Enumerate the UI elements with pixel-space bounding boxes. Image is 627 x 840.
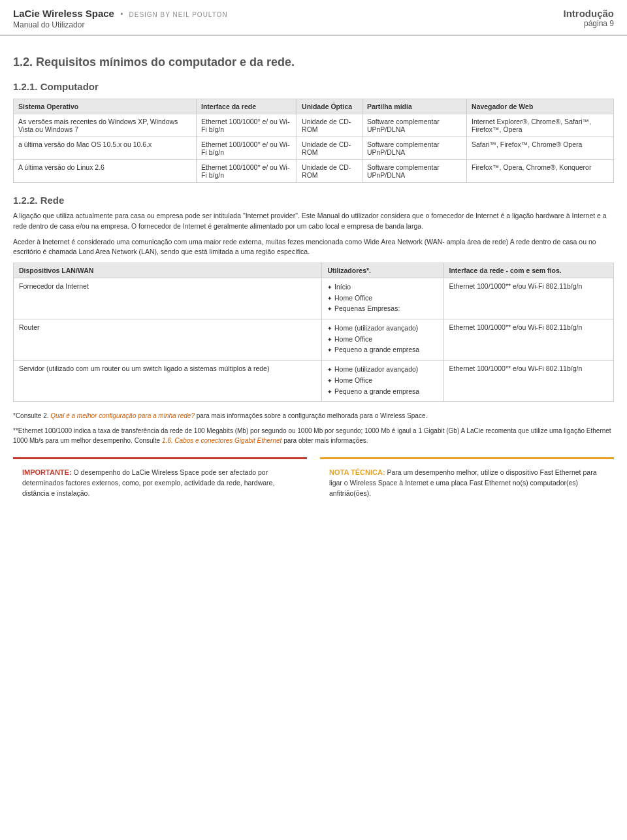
cell-col5: Firefox™, Opera, Chrome®, Konqueror [467, 160, 614, 183]
rede-para2: Aceder à Ineternet é considerado uma com… [13, 237, 614, 258]
col-header-navegador: Navegador de Web [467, 99, 614, 114]
section-121-title: 1.2.1. Computador [13, 81, 614, 92]
footnote2: **Ethernet 100/1000 indica a taxa de tra… [13, 426, 614, 445]
list-item: Home (utilizador avançado) [327, 323, 438, 333]
lan-cell-utilizadores: Home (utilizador avançado)Home OfficePeq… [322, 319, 443, 361]
header-left: LaCie Wireless Space • DESIGN BY NEIL PO… [13, 8, 228, 29]
cell-col2: Ethernet 100/1000* e/ ou Wi-Fi b/g/n [196, 160, 297, 183]
cell-col1: As versões mais recentes do Windows XP, … [14, 114, 197, 137]
header-right: Introdução página 9 [564, 8, 615, 28]
lan-col-utilizadores: Utilizadores*. [322, 263, 443, 278]
col-header-sistema: Sistema Operativo [14, 99, 197, 114]
cell-col3: Unidade de CD-ROM [297, 160, 362, 183]
cell-col5: Internet Explorer®, Chrome®, Safari™, Fi… [467, 114, 614, 137]
footnote1-start: *Consulte 2. [13, 412, 48, 419]
brand-name: LaCie Wireless Space [13, 8, 114, 19]
list-item: Pequeno a grande empresa [327, 345, 438, 355]
list-item: Início [327, 282, 438, 292]
lan-header-row: Dispositivos LAN/WAN Utilizadores*. Inte… [14, 263, 614, 278]
lan-cell-utilizadores: Home (utilizador avançado)Home OfficePeq… [322, 361, 443, 402]
list-item: Pequeno a grande empresa [327, 387, 438, 396]
list-item: Pequenas Empresas: [327, 304, 438, 314]
cell-col4: Software complementar UPnP/DLNA [362, 114, 466, 137]
list-item: Home Office [327, 334, 438, 344]
rede-para1: A ligação que utiliza actualmente para c… [13, 211, 614, 232]
list-item: Home Office [327, 376, 438, 385]
note-boxes: IMPORTANTE: O desempenho do LaCie Wirele… [13, 457, 614, 506]
cell-col2: Ethernet 100/1000* e/ ou Wi-Fi b/g/n [196, 114, 297, 137]
brand-title: LaCie Wireless Space • DESIGN BY NEIL PO… [13, 8, 228, 19]
table-header-row: Sistema Operativo Interface da rede Unid… [14, 99, 614, 114]
lan-table-row: Servidor (utilizado com um router ou um … [14, 361, 614, 402]
cell-col4: Software complementar UPnP/DLNA [362, 137, 466, 160]
important-note: IMPORTANTE: O desempenho do LaCie Wirele… [13, 457, 307, 506]
lan-table-row: RouterHome (utilizador avançado)Home Off… [14, 319, 614, 361]
main-content: 1.2. Requisitos mínimos do computador e … [0, 36, 627, 519]
col-header-partilha: Partilha mídia [362, 99, 466, 114]
cell-col1: a última versão do Mac OS 10.5.x ou 10.6… [14, 137, 197, 160]
cell-col3: Unidade de CD-ROM [297, 114, 362, 137]
table-row: As versões mais recentes do Windows XP, … [14, 114, 614, 137]
footnote1: *Consulte 2. Qual é a melhor configuraçã… [13, 411, 614, 421]
cell-col3: Unidade de CD-ROM [297, 137, 362, 160]
list-item: Home (utilizador avançado) [327, 364, 438, 374]
lan-cell-utilizadores: InícioHome OfficePequenas Empresas: [322, 278, 443, 319]
lan-cell-dispositivo: Fornecedor da Internet [14, 278, 322, 319]
table-row: A última versão do Linux 2.6Ethernet 100… [14, 160, 614, 183]
important-label: IMPORTANTE: [22, 468, 72, 476]
footnote1-end: para mais informações sobre a configuraç… [197, 412, 428, 419]
lan-cell-interface: Ethernet 100/1000** e/ou Wi-Fi 802.11b/g… [443, 361, 613, 402]
cell-col1: A última versão do Linux 2.6 [14, 160, 197, 183]
design-label: DESIGN BY NEIL POULTON [129, 11, 228, 18]
lan-col-interface: Interface da rede - com e sem fios. [443, 263, 613, 278]
col-header-interface: Interface da rede [196, 99, 297, 114]
page-header: LaCie Wireless Space • DESIGN BY NEIL PO… [0, 0, 627, 36]
section-122-title: 1.2.2. Rede [13, 195, 614, 206]
lan-col-dispositivos: Dispositivos LAN/WAN [14, 263, 322, 278]
table-row: a última versão do Mac OS 10.5.x ou 10.6… [14, 137, 614, 160]
list-item: Home Office [327, 293, 438, 303]
lan-cell-interface: Ethernet 100/1000** e/ou Wi-Fi 802.11b/g… [443, 278, 613, 319]
lan-wan-table: Dispositivos LAN/WAN Utilizadores*. Inte… [13, 263, 614, 402]
manual-subtitle: Manual do Utilizador [13, 20, 228, 29]
lan-cell-interface: Ethernet 100/1000** e/ou Wi-Fi 802.11b/g… [443, 319, 613, 361]
lan-table-row: Fornecedor da InternetInícioHome OfficeP… [14, 278, 614, 319]
footnote1-link[interactable]: Qual é a melhor configuração para a minh… [50, 412, 195, 419]
footnote2-after: para obter mais informações. [281, 437, 368, 444]
cell-col2: Ethernet 100/1000* e/ ou Wi-Fi b/g/n [196, 137, 297, 160]
section-intro: Introdução [564, 8, 615, 19]
page-number: página 9 [564, 19, 615, 28]
lan-cell-dispositivo: Router [14, 319, 322, 361]
section-121: 1.2.1. Computador Sistema Operativo Inte… [13, 81, 614, 183]
col-header-unidade: Unidade Óptica [297, 99, 362, 114]
section-main-title: 1.2. Requisitos mínimos do computador e … [13, 56, 614, 69]
section-122: 1.2.2. Rede A ligação que utiliza actual… [13, 195, 614, 445]
computador-table: Sistema Operativo Interface da rede Unid… [13, 99, 614, 183]
cell-col5: Safari™, Firefox™, Chrome® Opera [467, 137, 614, 160]
dot-separator: • [120, 10, 123, 19]
cell-col4: Software complementar UPnP/DLNA [362, 160, 466, 183]
technical-label: NOTA TÉCNICA: [329, 468, 385, 476]
footnote2-link[interactable]: 1.6. Cabos e conectores Gigabit Ethernet [162, 437, 281, 444]
technical-note: NOTA TÉCNICA: Para um desempenho melhor,… [320, 457, 614, 506]
lan-cell-dispositivo: Servidor (utilizado com um router ou um … [14, 361, 322, 402]
